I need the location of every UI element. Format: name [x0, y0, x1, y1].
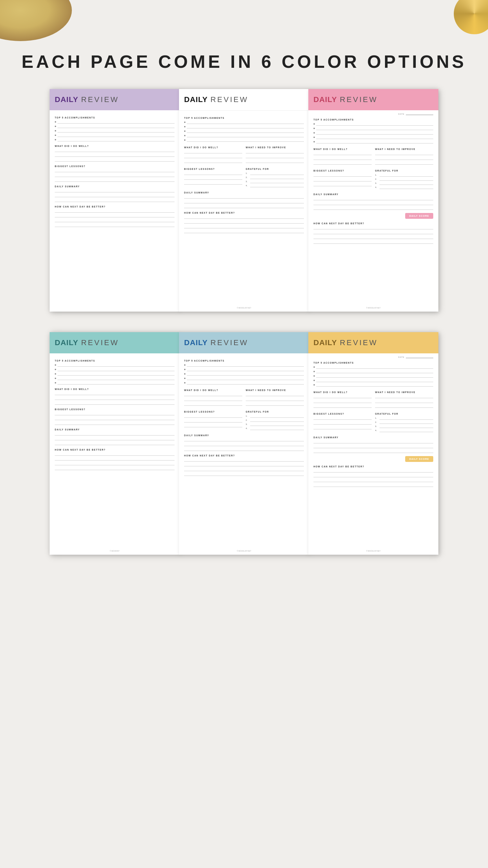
dot	[184, 122, 185, 123]
white-col-grateful: GRATEFUL FOR 1. 2. 3. 4.	[246, 164, 304, 188]
date-underline	[406, 113, 433, 115]
bullet-t4	[55, 377, 175, 380]
page-teal: DAILY REVIEW TOP 5 ACCOMPLISHMENTS WHAT …	[50, 332, 180, 555]
howcan-label-p: How Can Next Day Be Better?	[55, 205, 175, 208]
biggest-label-y: BIGGEST LESSONS?	[313, 413, 372, 415]
dot	[55, 364, 56, 366]
grat-b1: 1.	[246, 414, 304, 418]
bullet-pk2	[313, 127, 433, 130]
page-blue-light: REVIEW	[210, 338, 248, 347]
bullet-y2	[313, 370, 433, 373]
howcan-label-b: How Can Next Day Be Better?	[184, 454, 304, 457]
dot	[55, 378, 56, 379]
color-group-2: DAILY REVIEW TOP 5 ACCOMPLISHMENTS WHAT …	[0, 332, 488, 555]
group-2-wrapper: DAILY REVIEW TOP 5 ACCOMPLISHMENTS WHAT …	[50, 332, 438, 555]
dot	[184, 378, 185, 379]
page-teal-body: TOP 5 ACCOMPLISHMENTS WHAT DID I DO WELL…	[50, 353, 180, 475]
summary-label-p: Daily Summary	[55, 185, 175, 188]
date-underline-y	[406, 356, 433, 358]
biggest-label-p: BIGGEST LESSONS?	[55, 165, 175, 167]
grateful-label-pk: GRATEFUL FOR	[375, 169, 433, 172]
grat-y3: 3.	[375, 425, 433, 428]
dot	[313, 137, 315, 138]
pink-two-col-1: WHAT DID I DO WELL? WHAT I NEED TO IMPRO…	[313, 144, 433, 166]
whatdid-label-pk: WHAT DID I DO WELL?	[313, 148, 372, 150]
whatneed-label-w: WHAT I NEED TO IMPROVE	[246, 146, 304, 149]
daily-score-button-pink[interactable]: Daily Score	[405, 213, 433, 219]
grateful-label-b: GRATEFUL FOR	[246, 411, 304, 413]
page-teal-bold: DAILY	[55, 338, 78, 347]
page-pink-light: REVIEW	[340, 95, 378, 104]
grat-pk3: 3.	[375, 181, 433, 185]
page-blue-header: DAILY REVIEW	[179, 332, 309, 353]
yellow-col-whatneed: WHAT I NEED TO IMPROVE	[375, 388, 433, 409]
bullet-b4	[184, 377, 304, 380]
date-label-y: DATE	[398, 356, 404, 358]
blue-two-col-2: BIGGEST LESSONS? GRATEFUL FOR 1. 2. 3. 4…	[184, 407, 304, 431]
biggest-label-t: BIGGEST LESSONS?	[55, 408, 175, 411]
bullet-pk1	[313, 122, 433, 126]
page-yellow-header: DAILY REVIEW	[308, 332, 438, 353]
white-two-col-1: WHAT DID I DO WELL? WHAT I NEED TO IMPRO…	[184, 143, 304, 164]
blue-col-whatneed: WHAT I NEED TO IMPROVE	[246, 386, 304, 407]
blue-col-biggest: BIGGEST LESSONS?	[184, 407, 242, 431]
pink-col-biggest: BIGGEST LESSONS?	[313, 166, 372, 190]
date-label: DATE	[398, 113, 404, 115]
daily-score-button-yellow[interactable]: Daily Score	[405, 456, 433, 462]
grat-b2: 2.	[246, 418, 304, 422]
bullet-y4	[313, 379, 433, 382]
bullet-y5	[313, 383, 433, 387]
bullet-w5	[184, 138, 304, 142]
whatdid-label-p: WHAT DID I DO WELL?	[55, 145, 175, 147]
dot	[184, 126, 185, 127]
bullet-5	[55, 138, 175, 141]
bullet-b5	[184, 381, 304, 385]
bullet-w4	[184, 134, 304, 137]
dot	[184, 364, 185, 366]
top5-label-y: TOP 5 ACCOMPLISHMENTS	[313, 362, 433, 364]
page-yellow-bold: DAILY	[313, 338, 337, 347]
bullet-1	[55, 120, 175, 124]
yellow-col-grateful: GRATEFUL FOR 1. 2. 3. 4.	[375, 409, 433, 433]
bullet-pk4	[313, 136, 433, 139]
dot	[55, 130, 56, 131]
grat-b4: 4.	[246, 427, 304, 430]
biggest-label-b: BIGGEST LESSONS?	[184, 411, 242, 413]
yellow-two-col-2: BIGGEST LESSONS? GRATEFUL FOR 1. 2. 3. 4…	[313, 409, 433, 433]
grat-y2: 2.	[375, 420, 433, 424]
page-white-body: TOP 5 ACCOMPLISHMENTS WHAT DID I DO WELL…	[179, 111, 309, 238]
dot	[184, 382, 185, 383]
page-teal-light: REVIEW	[81, 338, 119, 347]
howcan-label-w: How Can Next Day Be Better?	[184, 212, 304, 214]
bullet-t2	[55, 368, 175, 371]
page-blue-bold: DAILY	[184, 338, 208, 347]
whatneed-label-pk: WHAT I NEED TO IMPROVE	[375, 148, 433, 150]
biggest-label-w: BIGGEST LESSONS?	[184, 168, 242, 170]
dot	[55, 369, 56, 370]
dot	[184, 373, 185, 375]
whatdid-label-w: WHAT DID I DO WELL?	[184, 146, 242, 149]
dot	[313, 141, 315, 142]
summary-label-t: Daily Summary	[55, 428, 175, 431]
grat-1: 1.	[246, 172, 304, 175]
page-purple-bold: DAILY	[55, 95, 78, 104]
footer-pink: © MOODLIST.NET	[308, 307, 438, 309]
dot	[313, 132, 315, 134]
grat-y1: 1.	[375, 416, 433, 420]
page-pink-bold: DAILY	[313, 95, 337, 104]
dot	[55, 382, 56, 383]
summary-label-y: Daily Summary	[313, 436, 433, 439]
grat-2: 2.	[246, 176, 304, 179]
whatneed-label-b: WHAT I NEED TO IMPROVE	[246, 389, 304, 391]
blue-col-whatdid: WHAT DID I DO WELL?	[184, 386, 242, 407]
page-blue: DAILY REVIEW TOP 5 ACCOMPLISHMENTS WHAT …	[179, 332, 309, 555]
page-pink: DAILY REVIEW DATE TOP 5 ACCOMPLISHMENTS …	[308, 89, 438, 312]
dot	[313, 375, 315, 377]
top5-label-p: TOP 5 ACCOMPLISHMENTS	[55, 116, 175, 119]
date-line-yellow: DATE	[313, 356, 433, 358]
grateful-label-y: GRATEFUL FOR	[375, 413, 433, 415]
bullet-pk3	[313, 131, 433, 135]
gold-clips-decoration	[0, 0, 72, 41]
grat-3: 3.	[246, 180, 304, 183]
bullet-b2	[184, 368, 304, 371]
